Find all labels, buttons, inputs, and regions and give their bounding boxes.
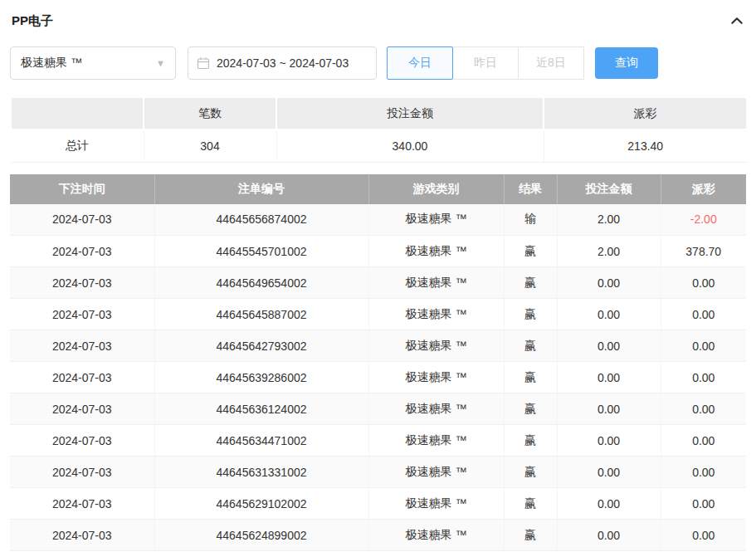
cell-bet-amount: 2.00 <box>557 204 661 236</box>
cell-bet-amount: 0.00 <box>557 457 661 488</box>
summary-header-row: 笔数 投注金额 派彩 <box>11 97 747 129</box>
cell-result: 赢 <box>504 520 557 551</box>
cell-bet-id: 44645636124002 <box>154 393 368 425</box>
cell-game-category: 极速糖果 ™ <box>368 488 504 520</box>
cell-payout: 0.00 <box>661 520 746 551</box>
cell-payout: 0.00 <box>661 330 746 362</box>
cell-game-category: 极速糖果 ™ <box>368 425 504 457</box>
table-row: 2024-07-03 44645642793002 极速糖果 ™ 赢 0.00 … <box>10 330 746 362</box>
header-game-category: 游戏类别 <box>368 174 504 204</box>
cell-bet-amount: 0.00 <box>557 488 661 520</box>
cell-bet-amount: 0.00 <box>557 362 661 393</box>
cell-bet-amount: 2.00 <box>557 236 661 267</box>
cell-bet-id: 44645645887002 <box>154 299 368 330</box>
bets-table-body: 2024-07-03 44645656874002 极速糖果 ™ 输 2.00 … <box>10 204 746 551</box>
summary-header-blank <box>11 97 144 129</box>
table-row: 2024-07-03 44645634471002 极速糖果 ™ 赢 0.00 … <box>10 425 746 457</box>
summary-payout-value: 213.40 <box>544 129 747 162</box>
chevron-up-icon[interactable] <box>729 13 744 28</box>
cell-bet-id: 44645656874002 <box>154 204 368 236</box>
table-row: 2024-07-03 44645639286002 极速糖果 ™ 赢 0.00 … <box>10 362 746 393</box>
panel-title: PP电子 <box>12 13 53 29</box>
table-row: 2024-07-03 44645629102002 极速糖果 ™ 赢 0.00 … <box>10 488 746 520</box>
cell-bet-time: 2024-07-03 <box>10 267 154 299</box>
cell-payout: 0.00 <box>661 267 746 299</box>
cell-game-category: 极速糖果 ™ <box>368 362 504 393</box>
header-payout: 派彩 <box>661 174 746 204</box>
cell-bet-amount: 0.00 <box>557 267 661 299</box>
header-bet-id: 注单编号 <box>154 174 368 204</box>
cell-bet-time: 2024-07-03 <box>10 362 154 393</box>
header-result: 结果 <box>504 174 557 204</box>
cell-bet-id: 44645629102002 <box>154 488 368 520</box>
cell-payout: 0.00 <box>661 299 746 330</box>
cell-result: 赢 <box>504 393 557 425</box>
cell-payout: 0.00 <box>661 362 746 393</box>
cell-game-category: 极速糖果 ™ <box>368 299 504 330</box>
cell-bet-id: 44645631331002 <box>154 457 368 488</box>
cell-bet-id: 44645634471002 <box>154 425 368 457</box>
cell-game-category: 极速糖果 ™ <box>368 267 504 299</box>
cell-result: 赢 <box>504 425 557 457</box>
cell-result: 赢 <box>504 330 557 362</box>
cell-bet-time: 2024-07-03 <box>10 330 154 362</box>
bets-table-header-row: 下注时间 注单编号 游戏类别 结果 投注金额 派彩 <box>10 174 746 204</box>
quick-button-today[interactable]: 今日 <box>387 46 453 80</box>
quick-button-yesterday[interactable]: 昨日 <box>452 46 519 80</box>
cell-payout: -2.00 <box>661 204 746 236</box>
cell-game-category: 极速糖果 ™ <box>368 457 504 488</box>
cell-result: 赢 <box>504 362 557 393</box>
header-bet-time: 下注时间 <box>10 174 154 204</box>
cell-bet-id: 44645642793002 <box>154 330 368 362</box>
table-row: 2024-07-03 44645645887002 极速糖果 ™ 赢 0.00 … <box>10 299 746 330</box>
cell-payout: 378.70 <box>661 236 746 267</box>
pp-games-panel: PP电子 极速糖果 ™ ▼ 2024-07-03 ~ 2024-07-03 今日… <box>0 0 756 551</box>
summary-total-row: 总计 304 340.00 213.40 <box>11 129 747 162</box>
cell-bet-time: 2024-07-03 <box>10 425 154 457</box>
quick-date-button-group: 今日 昨日 近8日 <box>387 46 584 80</box>
cell-bet-id: 44645649654002 <box>154 267 368 299</box>
date-range-input[interactable]: 2024-07-03 ~ 2024-07-03 <box>188 46 377 80</box>
cell-bet-time: 2024-07-03 <box>10 520 154 551</box>
summary-total-label: 总计 <box>11 129 144 162</box>
cell-result: 赢 <box>504 267 557 299</box>
cell-payout: 0.00 <box>661 393 746 425</box>
cell-result: 赢 <box>504 236 557 267</box>
summary-header-count: 笔数 <box>144 97 276 129</box>
table-row: 2024-07-03 44645624899002 极速糖果 ™ 赢 0.00 … <box>10 520 746 551</box>
cell-result: 输 <box>504 204 557 236</box>
cell-bet-time: 2024-07-03 <box>10 299 154 330</box>
cell-game-category: 极速糖果 ™ <box>368 204 504 236</box>
table-row: 2024-07-03 44645631331002 极速糖果 ™ 赢 0.00 … <box>10 457 746 488</box>
summary-header-bet-amount: 投注金额 <box>276 97 544 129</box>
game-select-value: 极速糖果 ™ <box>21 56 82 71</box>
cell-payout: 0.00 <box>661 457 746 488</box>
cell-bet-time: 2024-07-03 <box>10 393 154 425</box>
cell-bet-id: 44645545701002 <box>154 236 368 267</box>
cell-result: 赢 <box>504 299 557 330</box>
cell-payout: 0.00 <box>661 488 746 520</box>
cell-bet-amount: 0.00 <box>557 520 661 551</box>
cell-bet-id: 44645639286002 <box>154 362 368 393</box>
summary-header-payout: 派彩 <box>544 97 747 129</box>
table-row: 2024-07-03 44645649654002 极速糖果 ™ 赢 0.00 … <box>10 267 746 299</box>
cell-bet-time: 2024-07-03 <box>10 488 154 520</box>
cell-game-category: 极速糖果 ™ <box>368 236 504 267</box>
quick-button-last-8-days[interactable]: 近8日 <box>518 46 584 80</box>
cell-bet-time: 2024-07-03 <box>10 204 154 236</box>
panel-header: PP电子 <box>10 0 746 38</box>
cell-game-category: 极速糖果 ™ <box>368 330 504 362</box>
table-row: 2024-07-03 44645545701002 极速糖果 ™ 赢 2.00 … <box>10 236 746 267</box>
cell-bet-amount: 0.00 <box>557 393 661 425</box>
chevron-down-icon: ▼ <box>156 58 165 68</box>
header-bet-amount: 投注金额 <box>557 174 661 204</box>
cell-result: 赢 <box>504 457 557 488</box>
search-button[interactable]: 查询 <box>595 47 658 79</box>
table-row: 2024-07-03 44645656874002 极速糖果 ™ 输 2.00 … <box>10 204 746 236</box>
cell-bet-amount: 0.00 <box>557 299 661 330</box>
cell-game-category: 极速糖果 ™ <box>368 520 504 551</box>
filter-bar: 极速糖果 ™ ▼ 2024-07-03 ~ 2024-07-03 今日 昨日 近… <box>10 46 746 80</box>
table-row: 2024-07-03 44645636124002 极速糖果 ™ 赢 0.00 … <box>10 393 746 425</box>
game-select[interactable]: 极速糖果 ™ ▼ <box>10 46 176 80</box>
summary-table: 笔数 投注金额 派彩 总计 304 340.00 213.40 <box>10 96 748 163</box>
